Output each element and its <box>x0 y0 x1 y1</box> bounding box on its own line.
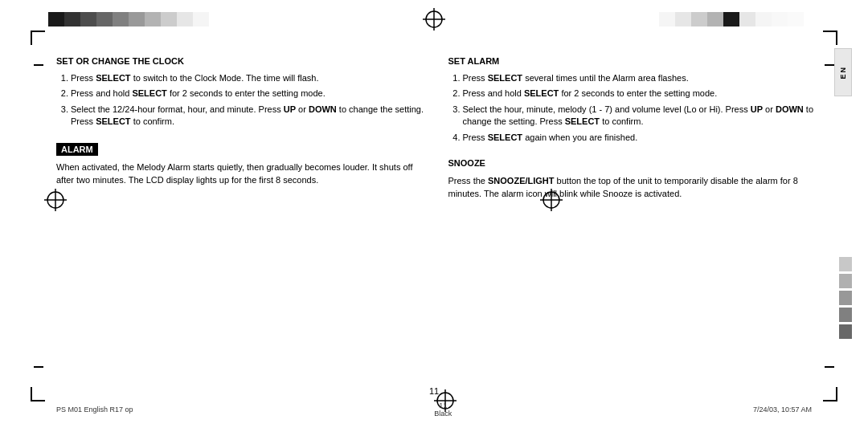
alarm-step4-bold: SELECT <box>488 132 522 142</box>
top-bar <box>48 8 820 31</box>
clock-section-title: SET OR CHANGE THE CLOCK <box>56 56 424 66</box>
corner-mark-bl <box>31 387 45 401</box>
alarm-step1-bold: SELECT <box>488 73 522 83</box>
alarm-step3-bold1: UP <box>751 104 763 114</box>
corner-mark-br <box>823 387 837 401</box>
gray-strip <box>839 291 852 305</box>
snooze-section: SNOOZE Press the SNOOZE/LIGHT button the… <box>448 158 817 201</box>
gray-strips <box>839 257 852 339</box>
crosshair-top <box>423 8 445 31</box>
gray-strip <box>839 324 852 339</box>
crosshair-left <box>44 189 67 211</box>
alarm-step2-bold: SELECT <box>524 88 559 98</box>
side-line-left-bottom <box>34 366 43 368</box>
clock-step3-bold3: SELECT <box>96 116 130 126</box>
set-alarm-section: SET ALARM Press SELECT several times unt… <box>448 56 817 144</box>
language-tab: EN <box>834 48 852 96</box>
set-alarm-step-1: Press SELECT several times until the Ala… <box>463 72 817 84</box>
color-block <box>177 12 193 26</box>
color-strip-left <box>48 12 209 26</box>
color-strip-right <box>659 12 820 26</box>
side-line-right-top <box>825 64 834 66</box>
footer: PS M01 English R17 op 11 Black 7/24/03, … <box>56 401 812 418</box>
footer-right: 7/24/03, 10:57 AM <box>753 406 812 414</box>
set-alarm-step-3: Select the hour, minute, melody (1 - 7) … <box>463 104 817 128</box>
alarm-section: ALARM When activated, the Melody Alarm s… <box>56 143 424 187</box>
clock-step3-bold2: DOWN <box>309 104 337 114</box>
clock-step-1: Press SELECT to switch to the Clock Mode… <box>71 72 424 84</box>
footer-center-color: Black <box>434 410 452 418</box>
two-column-layout: SET OR CHANGE THE CLOCK Press SELECT to … <box>56 48 816 201</box>
clock-step-3: Select the 12/24-hour format, hour, and … <box>71 104 424 128</box>
alarm-step3-bold2: DOWN <box>776 104 804 114</box>
corner-mark-tr <box>823 31 837 45</box>
set-alarm-title: SET ALARM <box>448 56 817 66</box>
set-alarm-step-2: Press and hold SELECT for 2 seconds to e… <box>463 88 817 100</box>
color-block <box>64 12 80 26</box>
gray-strip <box>839 274 852 288</box>
footer-center: 11 Black <box>434 401 452 418</box>
footer-center-page: 11 <box>439 401 447 410</box>
color-block <box>145 12 161 26</box>
clock-section: SET OR CHANGE THE CLOCK Press SELECT to … <box>56 56 424 128</box>
left-column: SET OR CHANGE THE CLOCK Press SELECT to … <box>56 56 424 201</box>
color-block <box>707 12 723 26</box>
color-block <box>788 12 804 26</box>
right-column: SET ALARM Press SELECT several times unt… <box>448 56 817 201</box>
color-block <box>96 12 113 26</box>
main-content: SET OR CHANGE THE CLOCK Press SELECT to … <box>56 48 816 384</box>
clock-steps-list: Press SELECT to switch to the Clock Mode… <box>56 72 424 128</box>
color-block <box>659 12 675 26</box>
color-block <box>80 12 96 26</box>
side-line-right-bottom <box>825 366 834 368</box>
color-block <box>804 12 820 26</box>
alarm-body: When activated, the Melody Alarm starts … <box>56 161 424 187</box>
color-block <box>723 12 739 26</box>
color-block <box>113 12 129 26</box>
color-block <box>129 12 145 26</box>
snooze-body: Press the SNOOZE/LIGHT button the top of… <box>448 174 817 201</box>
color-block <box>675 12 691 26</box>
color-block <box>691 12 707 26</box>
clock-step1-bold: SELECT <box>96 73 130 83</box>
color-block <box>772 12 788 26</box>
color-block <box>193 12 209 26</box>
gray-strip <box>839 308 852 322</box>
color-block <box>48 12 64 26</box>
color-block <box>755 12 772 26</box>
snooze-bold: SNOOZE/LIGHT <box>488 176 555 185</box>
footer-left: PS M01 English R17 op <box>56 406 133 414</box>
clock-step2-bold: SELECT <box>132 88 166 98</box>
side-line-left-top <box>34 64 43 66</box>
color-block <box>739 12 755 26</box>
color-block <box>161 12 177 26</box>
gray-strip <box>839 257 852 271</box>
snooze-title: SNOOZE <box>448 158 817 168</box>
clock-step3-bold1: UP <box>284 104 296 114</box>
set-alarm-step-4: Press SELECT again when you are finished… <box>463 132 817 144</box>
alarm-title: ALARM <box>56 143 98 156</box>
corner-mark-tl <box>31 31 45 45</box>
alarm-step3-bold3: SELECT <box>565 116 600 126</box>
clock-step-2: Press and hold SELECT for 2 seconds to e… <box>71 88 424 100</box>
set-alarm-steps-list: Press SELECT several times until the Ala… <box>448 72 817 144</box>
alarm-section-title-bar: ALARM <box>56 143 424 161</box>
crosshair-right <box>540 189 563 211</box>
language-tab-label: EN <box>839 66 847 79</box>
